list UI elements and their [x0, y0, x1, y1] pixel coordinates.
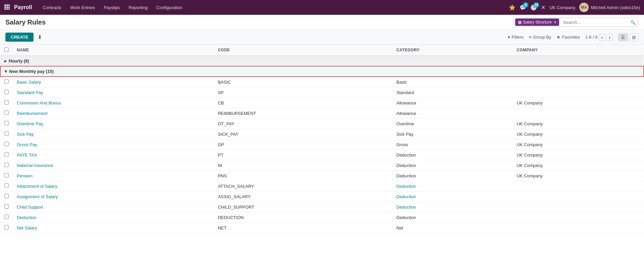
row-name[interactable]: Attachment of Salary: [13, 181, 214, 191]
row-checkbox[interactable]: [4, 215, 9, 219]
row-checkbox[interactable]: [4, 111, 9, 115]
row-checkbox[interactable]: [4, 142, 9, 146]
row-checkbox[interactable]: [4, 121, 9, 125]
row-name-link[interactable]: Deduction: [17, 215, 37, 220]
row-name-link[interactable]: Gross Pay: [17, 142, 37, 147]
row-name[interactable]: Commision And Bonus: [13, 98, 214, 108]
group-label[interactable]: ▾New Monthly pay (15): [0, 66, 644, 77]
favorites-button[interactable]: ★ Favorites: [556, 35, 580, 40]
nav-payslips[interactable]: Payslips: [100, 3, 124, 12]
row-category-link[interactable]: Deduction: [396, 184, 416, 189]
filters-button[interactable]: ▾ Filters: [508, 35, 523, 40]
row-name[interactable]: PAYE TAX: [13, 150, 214, 160]
nav-reporting[interactable]: Reporting: [125, 3, 152, 12]
row-checkbox-cell[interactable]: [0, 87, 13, 98]
row-checkbox-cell[interactable]: [0, 202, 13, 212]
clock-icon[interactable]: 🕐 16: [530, 4, 537, 11]
row-checkbox[interactable]: [4, 204, 9, 209]
row-checkbox-cell[interactable]: [0, 171, 13, 181]
row-checkbox-cell[interactable]: [0, 191, 13, 202]
close-icon[interactable]: ✕: [541, 4, 545, 11]
row-name[interactable]: Reimbursement: [13, 108, 214, 119]
row-name[interactable]: Pension: [13, 171, 214, 181]
row-name[interactable]: National Insurance: [13, 160, 214, 171]
next-page-button[interactable]: ›: [606, 34, 613, 41]
row-checkbox-cell[interactable]: [0, 119, 13, 129]
row-name-link[interactable]: Attachment of Salary: [17, 184, 57, 189]
row-checkbox-cell[interactable]: [0, 98, 13, 108]
group-label[interactable]: ▸Hourly (8): [0, 56, 644, 66]
search-box[interactable]: ▦ Salary Structure × 🔍: [514, 17, 639, 27]
list-view-button[interactable]: ☰: [618, 33, 628, 41]
row-checkbox-cell[interactable]: [0, 212, 13, 223]
row-name[interactable]: Standard Pay: [13, 87, 214, 98]
group-row[interactable]: ▸Hourly (8): [0, 56, 644, 66]
row-checkbox-cell[interactable]: [0, 181, 13, 191]
nav-configuration[interactable]: Configuration: [152, 3, 186, 12]
row-category-link[interactable]: Deduction: [396, 194, 416, 199]
row-name[interactable]: Net Salary: [13, 223, 214, 233]
kanban-view-button[interactable]: ⊞: [629, 33, 639, 41]
group-by-button[interactable]: ≡ Group By: [529, 35, 551, 40]
user-menu[interactable]: MA Mitchell Admin (odoo15e): [579, 3, 640, 12]
app-brand[interactable]: Payroll: [14, 4, 32, 10]
grid-icon[interactable]: [4, 4, 10, 11]
group-expand-icon[interactable]: ▸: [4, 58, 7, 63]
row-checkbox[interactable]: [4, 131, 9, 136]
search-tag-close[interactable]: ×: [554, 19, 556, 25]
row-category[interactable]: Deduction: [392, 202, 513, 212]
header-checkbox-cell[interactable]: [0, 45, 13, 56]
row-category[interactable]: Deduction: [392, 181, 513, 191]
search-submit-icon[interactable]: 🔍: [628, 18, 638, 26]
row-checkbox-cell[interactable]: [0, 108, 13, 119]
row-name-link[interactable]: Sick Pay: [17, 132, 34, 137]
row-name-link[interactable]: Child Support: [17, 205, 43, 210]
row-checkbox-cell[interactable]: [0, 139, 13, 150]
search-input[interactable]: [560, 18, 628, 26]
row-checkbox-cell[interactable]: [0, 223, 13, 233]
row-checkbox-cell[interactable]: [0, 150, 13, 160]
row-name-link[interactable]: Basic Salary: [17, 80, 41, 85]
row-checkbox[interactable]: [4, 100, 9, 104]
star-icon[interactable]: ⭐: [509, 4, 516, 11]
row-name[interactable]: Sick Pay: [13, 129, 214, 139]
row-checkbox[interactable]: [4, 163, 9, 167]
row-checkbox-cell[interactable]: [0, 160, 13, 171]
group-expand-icon[interactable]: ▾: [5, 69, 7, 74]
create-button[interactable]: CREATE: [5, 33, 34, 42]
row-checkbox[interactable]: [4, 225, 9, 229]
nav-contracts[interactable]: Contracts: [39, 3, 65, 12]
group-row[interactable]: ▾New Monthly pay (15): [0, 66, 644, 77]
row-name-link[interactable]: Overtime Pay: [17, 121, 43, 126]
row-name-link[interactable]: Standard Pay: [17, 90, 43, 95]
row-name-link[interactable]: Net Salary: [17, 225, 37, 230]
row-name[interactable]: Gross Pay: [13, 139, 214, 150]
row-name[interactable]: Child Support: [13, 202, 214, 212]
row-checkbox[interactable]: [4, 152, 9, 157]
row-category-link[interactable]: Deduction: [396, 205, 416, 210]
nav-work-entries[interactable]: Work Entries: [66, 3, 99, 12]
chat-icon[interactable]: 💬 4: [520, 4, 526, 11]
select-all-checkbox[interactable]: [4, 47, 9, 52]
row-checkbox[interactable]: [4, 183, 9, 188]
row-name-link[interactable]: Commision And Bonus: [17, 100, 61, 105]
search-tag-salary-structure[interactable]: ▦ Salary Structure ×: [515, 18, 559, 26]
upload-button[interactable]: ⬇: [38, 34, 42, 40]
row-name[interactable]: Deduction: [13, 212, 214, 223]
row-checkbox[interactable]: [4, 173, 9, 177]
row-checkbox[interactable]: [4, 90, 9, 94]
row-name-link[interactable]: Assignment of Salary: [17, 194, 58, 199]
row-name-link[interactable]: PAYE TAX: [17, 153, 37, 158]
row-checkbox[interactable]: [4, 79, 9, 84]
row-checkbox[interactable]: [4, 194, 9, 198]
row-name[interactable]: Basic Salary: [13, 77, 214, 87]
row-checkbox-cell[interactable]: [0, 129, 13, 139]
row-name[interactable]: Assignment of Salary: [13, 191, 214, 202]
prev-page-button[interactable]: ‹: [599, 34, 605, 41]
row-category[interactable]: Deduction: [392, 191, 513, 202]
row-name-link[interactable]: Pension: [17, 173, 33, 178]
row-name-link[interactable]: National Insurance: [17, 163, 53, 168]
row-name-link[interactable]: Reimbursement: [17, 111, 48, 116]
row-checkbox-cell[interactable]: [0, 77, 13, 87]
row-name[interactable]: Overtime Pay: [13, 119, 214, 129]
